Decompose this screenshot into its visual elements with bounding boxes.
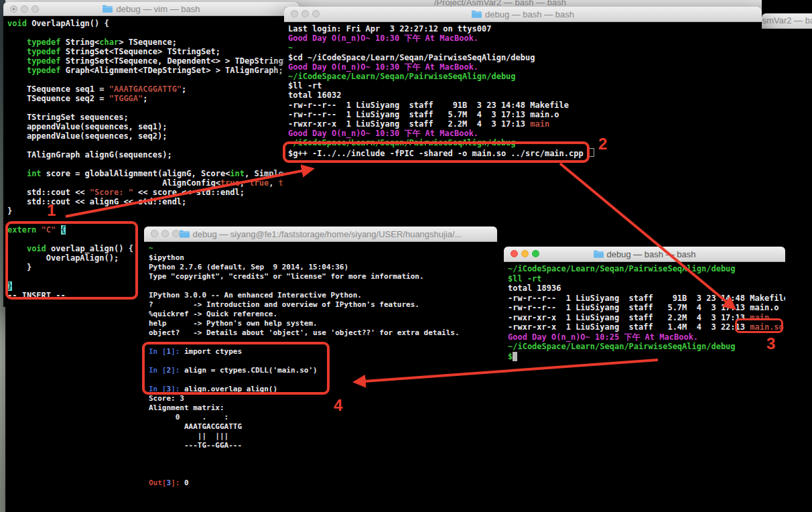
folder-icon	[594, 250, 604, 258]
center-terminal-title: debug — bash — bash	[485, 9, 574, 19]
center-terminal-window[interactable]: debug — bash — bash Last login: Fri Apr …	[284, 7, 762, 196]
asmvar2-right-titlebar[interactable]: AsmVar2 — bash — bash	[762, 13, 812, 29]
ipython-titlebar[interactable]: debug — siyang@fe1:/faststorage/home/siy…	[144, 227, 497, 242]
vim-titlebar[interactable]: debug — vim — bash	[3, 2, 299, 16]
close-button[interactable]	[10, 5, 17, 13]
folder-icon	[472, 10, 482, 18]
ipython-terminal-window[interactable]: debug — siyang@fe1:/faststorage/home/siy…	[144, 227, 497, 504]
folder-icon	[180, 230, 190, 238]
center-terminal-titlebar[interactable]: debug — bash — bash	[284, 7, 762, 22]
minimize-button[interactable]	[161, 230, 169, 237]
zoom-button[interactable]	[31, 5, 39, 13]
screen: /Project/AsmVar2 — bash — bash AsmVar2 —…	[0, 0, 812, 512]
close-button[interactable]	[291, 10, 298, 17]
right-terminal-content[interactable]: ~/iCodeSpace/Learn/Seqan/PairwiseSeqAlig…	[504, 262, 785, 366]
ipython-title: debug — siyang@fe1:/faststorage/home/siy…	[193, 229, 462, 239]
center-terminal-content[interactable]: Last login: Fri Apr 3 22:27:12 on ttys00…	[284, 22, 762, 196]
vim-title: debug — vim — bash	[116, 4, 200, 14]
close-button[interactable]	[151, 230, 158, 237]
right-terminal-title: debug — bash — bash	[607, 249, 696, 259]
right-terminal-window[interactable]: debug — bash — bash ~/iCodeSpace/Learn/S…	[504, 247, 785, 366]
asmvar2-top-title: /Project/AsmVar2 — bash — bash	[434, 0, 566, 7]
asmvar2-right-title: AsmVar2 — bash — bash	[756, 15, 812, 25]
zoom-button[interactable]	[312, 10, 320, 17]
zoom-button[interactable]	[172, 230, 180, 237]
minimize-button[interactable]	[21, 5, 28, 13]
close-button[interactable]	[511, 250, 518, 257]
minimize-button[interactable]	[521, 250, 529, 257]
folder-icon	[103, 5, 113, 13]
ipython-terminal-content[interactable]: ~$ipythonPython 2.7.6 (default, Sep 9 20…	[144, 242, 497, 504]
minimize-button[interactable]	[301, 10, 309, 17]
zoom-button[interactable]	[532, 250, 539, 257]
right-terminal-titlebar[interactable]: debug — bash — bash	[504, 247, 785, 262]
